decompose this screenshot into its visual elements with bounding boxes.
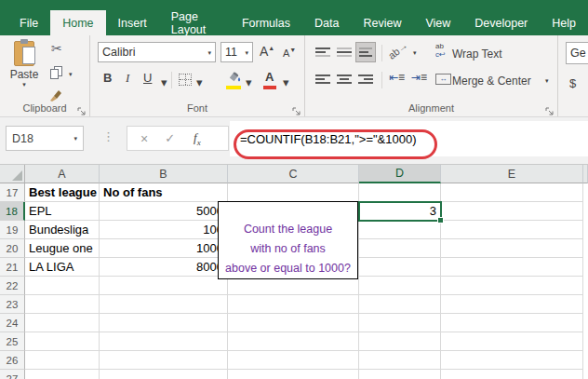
- orientation-dropdown-icon[interactable]: ▾: [413, 49, 417, 56]
- copy-dropdown-icon[interactable]: ▾: [69, 71, 73, 77]
- cell-A20[interactable]: Leugue one: [25, 239, 100, 258]
- number-format-select[interactable]: Ge: [566, 42, 588, 64]
- column-header-B[interactable]: B: [100, 165, 228, 183]
- cell-B18[interactable]: 5000: [100, 202, 228, 221]
- merge-center-dropdown-icon[interactable]: ▾: [545, 77, 549, 84]
- font-name-select[interactable]: Calibri ▾: [98, 42, 216, 62]
- row-header-18[interactable]: 18: [0, 202, 25, 221]
- row-header-21[interactable]: 21: [0, 258, 25, 277]
- cell-A19[interactable]: Bundesliga: [25, 221, 100, 239]
- cell-D19[interactable]: [359, 221, 441, 239]
- cell-E19[interactable]: [441, 221, 583, 239]
- middle-align-button[interactable]: [334, 42, 354, 62]
- tab-page-layout[interactable]: Page Layout: [159, 10, 230, 35]
- column-header-D[interactable]: D: [359, 165, 441, 183]
- underline-button[interactable]: U: [143, 71, 152, 85]
- cell-D17[interactable]: [359, 183, 441, 202]
- merge-center-icon[interactable]: ↔: [435, 74, 451, 85]
- alignment-dialog-launcher-icon[interactable]: [545, 103, 555, 113]
- cell-B22[interactable]: [100, 277, 228, 295]
- cell-D23[interactable]: [359, 295, 441, 314]
- row-header-24[interactable]: 24: [0, 314, 25, 332]
- clipboard-dialog-launcher-icon[interactable]: [77, 103, 87, 113]
- enter-icon[interactable]: ✓: [165, 131, 175, 145]
- cell-C26[interactable]: [228, 351, 359, 370]
- cell-D22[interactable]: [359, 277, 441, 295]
- increase-indent-icon[interactable]: ⇥≡: [411, 71, 427, 84]
- column-header-E[interactable]: E: [441, 165, 583, 183]
- cell-C23[interactable]: [228, 295, 359, 314]
- cell-C22[interactable]: [228, 277, 359, 295]
- tab-formulas[interactable]: Formulas: [230, 10, 302, 35]
- align-left-button[interactable]: [313, 69, 333, 89]
- borders-icon[interactable]: [179, 74, 192, 86]
- annotation-textbox[interactable]: Count the leaguewith no of fansabove or …: [218, 201, 358, 279]
- cell-A27[interactable]: [25, 370, 100, 379]
- cell-B17[interactable]: No of fans: [100, 183, 228, 202]
- cell-D21[interactable]: [359, 258, 441, 277]
- fill-color-dropdown-icon[interactable]: ▾: [246, 76, 252, 88]
- cell-C25[interactable]: [228, 332, 359, 351]
- cell-B19[interactable]: 100: [100, 221, 228, 239]
- row-header-17[interactable]: 17: [0, 183, 25, 202]
- cell-E22[interactable]: [441, 277, 583, 295]
- cell-E27[interactable]: [441, 370, 583, 379]
- row-header-25[interactable]: 25: [0, 332, 25, 351]
- font-dialog-launcher-icon[interactable]: [292, 103, 301, 113]
- tab-developer[interactable]: Developer: [462, 10, 540, 35]
- formula-bar-drag-dots[interactable]: ⋮: [102, 129, 114, 143]
- cell-B20[interactable]: 1000: [100, 239, 228, 258]
- cell-B26[interactable]: [100, 351, 228, 370]
- tab-help[interactable]: Help: [540, 10, 588, 35]
- row-header-19[interactable]: 19: [0, 221, 25, 239]
- cell-E24[interactable]: [441, 314, 583, 332]
- cell-C24[interactable]: [228, 314, 359, 332]
- row-header-22[interactable]: 22: [0, 277, 25, 295]
- tab-data[interactable]: Data: [302, 10, 351, 35]
- tab-file[interactable]: File: [7, 10, 50, 35]
- borders-dropdown-icon[interactable]: ▾: [196, 76, 203, 88]
- cell-B23[interactable]: [100, 295, 228, 314]
- cell-E18[interactable]: [441, 202, 583, 221]
- cell-D20[interactable]: [359, 239, 441, 258]
- paste-button[interactable]: Paste ▾: [6, 40, 43, 109]
- underline-dropdown-icon[interactable]: ▾: [161, 76, 167, 88]
- row-header-27[interactable]: 27: [0, 370, 25, 379]
- bold-button[interactable]: B: [103, 71, 112, 85]
- cell-A25[interactable]: [25, 332, 100, 351]
- paste-dropdown-icon[interactable]: ▾: [6, 81, 43, 88]
- top-align-button[interactable]: [313, 42, 333, 62]
- row-header-20[interactable]: 20: [0, 239, 25, 258]
- tab-view[interactable]: View: [413, 10, 462, 35]
- font-color-dropdown-icon[interactable]: ▾: [283, 76, 289, 88]
- cell-B27[interactable]: [100, 370, 228, 379]
- increase-font-size-button[interactable]: A▲: [260, 44, 274, 59]
- cell-A21[interactable]: LA LIGA: [25, 258, 100, 277]
- cell-E20[interactable]: [441, 239, 583, 258]
- bottom-align-button[interactable]: [355, 42, 376, 62]
- cell-A23[interactable]: [25, 295, 100, 314]
- cut-icon[interactable]: ✂: [51, 41, 62, 56]
- insert-function-icon[interactable]: fx: [194, 130, 201, 147]
- cell-D27[interactable]: [359, 370, 441, 379]
- orientation-icon[interactable]: ab→: [386, 39, 410, 61]
- cell-A26[interactable]: [25, 351, 100, 370]
- cell-C27[interactable]: [228, 370, 359, 379]
- currency-icon[interactable]: $: [569, 76, 576, 90]
- cell-E25[interactable]: [441, 332, 583, 351]
- tab-review[interactable]: Review: [351, 10, 413, 35]
- cell-A24[interactable]: [25, 314, 100, 332]
- cell-B21[interactable]: 8000: [100, 258, 228, 277]
- cell-E17[interactable]: [441, 183, 583, 202]
- align-center-button[interactable]: [334, 69, 354, 89]
- decrease-font-size-button[interactable]: A▼: [283, 47, 296, 59]
- tab-home[interactable]: Home: [50, 10, 105, 35]
- merge-center-label[interactable]: Merge & Center: [452, 74, 531, 88]
- italic-button[interactable]: I: [126, 71, 129, 86]
- cell-A17[interactable]: Best league: [25, 183, 100, 202]
- row-header-26[interactable]: 26: [0, 351, 25, 370]
- tab-insert[interactable]: Insert: [106, 10, 159, 35]
- cell-C17[interactable]: [228, 183, 359, 202]
- cell-D24[interactable]: [359, 314, 441, 332]
- select-all-corner[interactable]: [0, 165, 25, 183]
